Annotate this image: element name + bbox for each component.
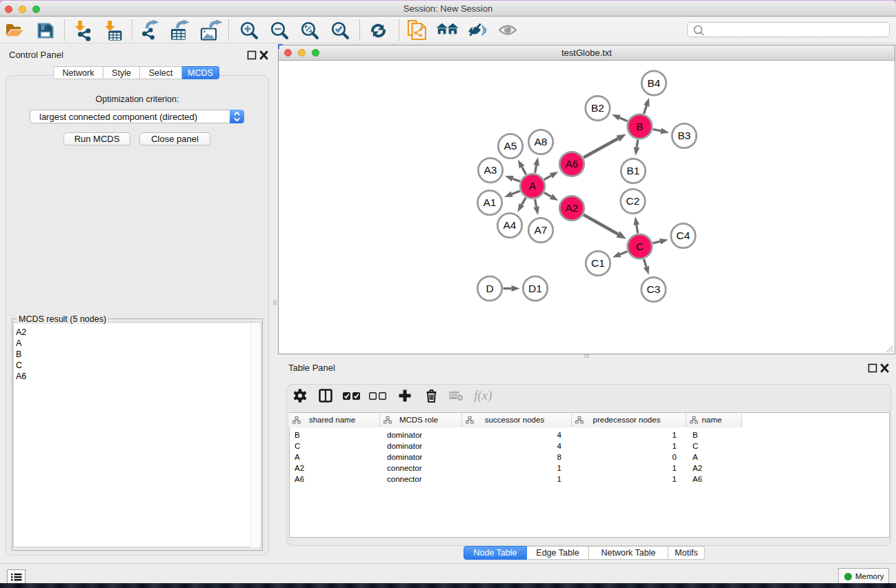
svg-text:A7: A7 [535,224,548,236]
svg-text:C3: C3 [647,283,661,295]
svg-text:A3: A3 [484,164,497,176]
svg-text:C4: C4 [677,230,690,241]
svg-text:B4: B4 [648,77,661,89]
svg-text:A6: A6 [566,158,579,170]
svg-text:C1: C1 [591,257,605,269]
svg-text:D: D [486,283,493,294]
svg-text:B2: B2 [591,102,604,114]
svg-text:A: A [529,180,537,192]
svg-text:A2: A2 [566,202,579,214]
svg-text:A4: A4 [504,219,517,231]
svg-text:D1: D1 [528,283,542,294]
svg-text:B1: B1 [627,165,640,176]
svg-text:C: C [636,241,644,252]
svg-text:A5: A5 [504,140,517,152]
svg-text:C2: C2 [626,195,640,207]
svg-text:B3: B3 [678,130,691,141]
svg-text:A1: A1 [484,196,497,208]
svg-text:B: B [636,121,643,132]
svg-text:A8: A8 [535,136,548,148]
